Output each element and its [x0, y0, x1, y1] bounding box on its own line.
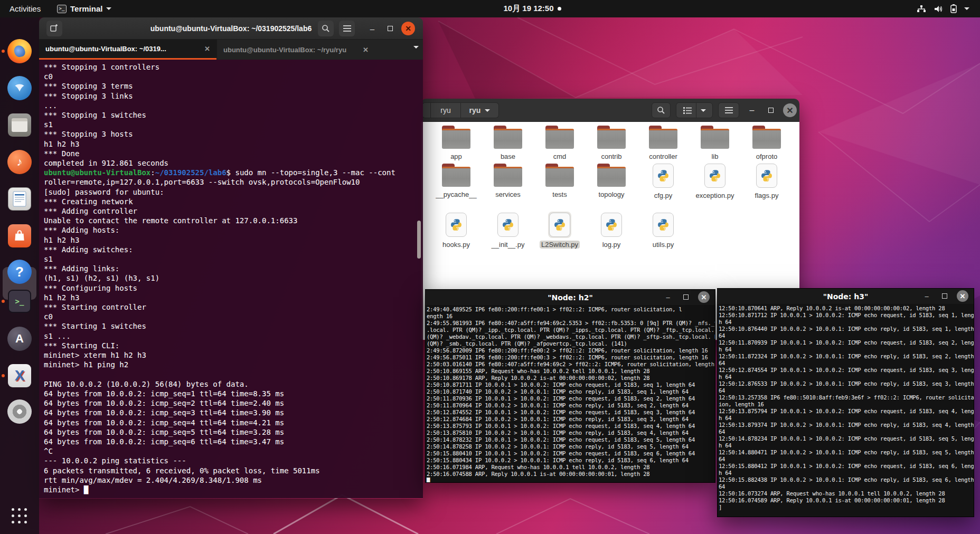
python-file-icon: [548, 212, 571, 238]
xterm-output-line: █: [427, 478, 715, 482]
xterm-h2-titlebar[interactable]: "Node: h2" – ✕: [426, 290, 715, 305]
dock-item-xterm[interactable]: X: [7, 363, 32, 388]
terminal-output-line: c0: [44, 72, 423, 81]
dock-item-app-a[interactable]: A: [7, 326, 32, 351]
file-label: __pycache__: [434, 190, 478, 198]
dock-item-ubuntu-software[interactable]: [7, 223, 32, 249]
terminal-titlebar[interactable]: ubuntu@ubuntu-VirtualBox: ~/031902525/la…: [39, 17, 423, 40]
xterm-output-line: 64: [719, 483, 974, 490]
search-button[interactable]: [652, 102, 671, 118]
path-segment-current[interactable]: ryu: [461, 102, 499, 118]
tab-lab6[interactable]: ubuntu@ubuntu-VirtualBox: ~/0319... ✕: [39, 40, 216, 60]
maximize-button[interactable]: [764, 103, 778, 117]
terminal-output-line: h1 h2 h3: [44, 139, 423, 149]
dock-item-libreoffice-writer[interactable]: [7, 186, 32, 212]
maximize-icon: [683, 294, 689, 300]
search-button[interactable]: [318, 21, 334, 36]
file-item-cfg-py[interactable]: cfg.py: [637, 163, 689, 199]
terminal-output-line: s1: [44, 120, 423, 129]
terminal-output-line: Unable to contact the remote controller …: [44, 216, 423, 225]
folder-icon: [441, 125, 472, 150]
folder-icon: [751, 125, 782, 150]
xterm-output-line: 2:50:11.870964 IP 10.0.0.2 > 10.0.0.1: I…: [427, 402, 715, 409]
close-button[interactable]: ✕: [401, 22, 415, 35]
path-segment-clipped[interactable]: [422, 102, 430, 118]
folder-item-ofproto[interactable]: ofproto: [741, 125, 793, 160]
dock-item-firefox[interactable]: [7, 39, 32, 64]
xterm-output-line: 64: [719, 456, 974, 463]
folder-item--pycache-[interactable]: __pycache__: [430, 163, 482, 199]
xterm-h2-window: "Node: h2" – ✕ 2:49:40.489525 IP6 fe80::…: [425, 289, 715, 483]
folder-item-controller[interactable]: controller: [637, 125, 689, 160]
xterm-output-line: 12:50:12.876533 IP 10.0.0.2 > 10.0.0.1: …: [719, 380, 974, 387]
xterm-h3-output[interactable]: 12:50:10.870641 ARP, Reply 10.0.0.2 is-a…: [718, 304, 974, 517]
show-applications-button[interactable]: [10, 506, 30, 526]
dock-item-terminal[interactable]: >_: [7, 289, 32, 314]
folder-item-app[interactable]: app: [430, 125, 482, 160]
tab-ryu[interactable]: ubuntu@ubuntu-VirtualBox: ~/ryu/ryu ✕: [216, 40, 375, 60]
maximize-button[interactable]: [383, 22, 397, 35]
close-button[interactable]: ✕: [698, 291, 710, 303]
file-item-flags-py[interactable]: flags.py: [741, 163, 793, 199]
folder-item-topology[interactable]: topology: [586, 163, 637, 199]
file-label: __init__.py: [490, 241, 526, 249]
file-label: cfg.py: [653, 192, 674, 199]
activities-button[interactable]: Activities: [4, 0, 46, 17]
file-label: app: [449, 152, 464, 160]
terminal-output-line: *** Starting CLI:: [44, 341, 423, 350]
file-label: services: [494, 190, 522, 198]
view-options-button[interactable]: [676, 102, 713, 118]
minimize-button[interactable]: –: [745, 103, 759, 117]
close-button[interactable]: ✕: [783, 103, 797, 117]
terminal-scrollbar-thumb[interactable]: [417, 221, 421, 259]
dock-item-rhythmbox[interactable]: ♪: [7, 149, 32, 175]
hamburger-menu-button[interactable]: [339, 21, 355, 36]
xterm-output-line: 64: [719, 428, 974, 435]
close-button[interactable]: ✕: [957, 290, 968, 302]
folder-item-base[interactable]: base: [482, 125, 534, 160]
clock-button[interactable]: 10月 19 12:50: [474, 0, 590, 17]
dock-item-disc[interactable]: [7, 399, 32, 424]
python-file-icon: [496, 212, 520, 238]
terminal-output-line: c0: [44, 312, 423, 321]
dock-item-files[interactable]: [7, 112, 32, 138]
xterm-output-line: 12:50:16.073274 ARP, Request who-has 10.…: [719, 490, 974, 497]
window-title: "Node: h3": [718, 292, 974, 301]
maximize-icon: [768, 108, 774, 113]
hamburger-icon: [725, 107, 733, 113]
dock-item-help[interactable]: ?: [7, 259, 32, 284]
xterm-h3-titlebar[interactable]: "Node: h3" – ✕: [718, 289, 974, 304]
file-item-utils-py[interactable]: utils.py: [637, 212, 689, 249]
app-menu-button[interactable]: >_ Terminal: [52, 0, 117, 17]
minimize-button[interactable]: –: [662, 291, 674, 303]
xterm-h2-output[interactable]: 2:49:40.489525 IP6 fe80::200:ff:fe00:1 >…: [426, 305, 715, 482]
tab-chooser-caret-icon[interactable]: [413, 46, 419, 49]
folder-item-lib[interactable]: lib: [689, 125, 741, 160]
hamburger-menu-button[interactable]: [718, 102, 739, 118]
maximize-button[interactable]: [680, 291, 692, 303]
folder-item-contrib[interactable]: contrib: [586, 125, 637, 160]
minimize-button[interactable]: –: [921, 290, 932, 302]
divider: [696, 103, 696, 118]
tab-close-icon[interactable]: ✕: [204, 45, 210, 53]
file-item--init-py[interactable]: __init__.py: [482, 212, 534, 249]
dock-item-thunderbird[interactable]: [7, 75, 32, 101]
system-status-area[interactable]: [911, 0, 975, 17]
folder-item-cmd[interactable]: cmd: [534, 125, 586, 160]
folder-item-services[interactable]: services: [482, 163, 534, 199]
file-item-exception-py[interactable]: exception.py: [689, 163, 741, 199]
xterm-icon: X: [8, 364, 31, 387]
maximize-button[interactable]: [939, 290, 950, 302]
xterm-output-line: 2:50:10.869178 ARP, Reply 10.0.0.2 is-at…: [427, 375, 715, 382]
path-segment-parent[interactable]: ryu: [430, 102, 461, 118]
file-label: flags.py: [753, 192, 780, 199]
folder-item-tests[interactable]: tests: [534, 163, 586, 199]
file-item-log-py[interactable]: log.py: [586, 212, 637, 249]
file-item-l2switch-py[interactable]: L2Switch.py: [534, 212, 586, 249]
file-item-hooks-py[interactable]: hooks.py: [430, 212, 482, 249]
python-file-icon: [652, 212, 675, 238]
terminal-output[interactable]: *** Stopping 1 controllersc0*** Stopping…: [39, 60, 423, 498]
tab-close-icon[interactable]: ✕: [363, 46, 369, 54]
terminal-output-line: mininet> █: [44, 485, 423, 494]
minimize-button[interactable]: –: [365, 22, 379, 35]
